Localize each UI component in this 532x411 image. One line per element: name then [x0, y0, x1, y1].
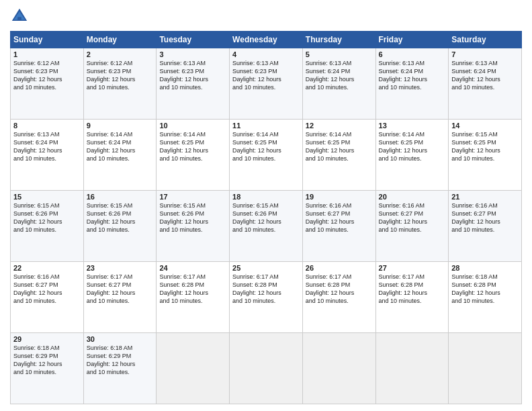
- day-number: 2: [87, 50, 154, 58]
- cell-info: Sunrise: 6:16 AM Sunset: 6:27 PM Dayligh…: [451, 201, 519, 234]
- calendar-cell: 6Sunrise: 6:13 AM Sunset: 6:24 PM Daylig…: [375, 48, 449, 120]
- cell-info: Sunrise: 6:17 AM Sunset: 6:27 PM Dayligh…: [87, 273, 154, 306]
- calendar-cell: 17Sunrise: 6:15 AM Sunset: 6:26 PM Dayli…: [157, 191, 230, 262]
- day-number: 11: [232, 122, 300, 130]
- cell-info: Sunrise: 6:13 AM Sunset: 6:23 PM Dayligh…: [159, 59, 226, 92]
- calendar-cell: 22Sunrise: 6:16 AM Sunset: 6:27 PM Dayli…: [11, 262, 84, 333]
- day-number: 15: [13, 193, 81, 201]
- day-number: 24: [159, 264, 226, 272]
- cell-info: Sunrise: 6:13 AM Sunset: 6:24 PM Dayligh…: [13, 130, 81, 163]
- day-number: 5: [306, 50, 373, 58]
- cell-info: Sunrise: 6:16 AM Sunset: 6:27 PM Dayligh…: [306, 201, 373, 234]
- day-number: 29: [13, 335, 81, 343]
- day-number: 4: [232, 50, 300, 58]
- cell-info: Sunrise: 6:15 AM Sunset: 6:26 PM Dayligh…: [13, 201, 81, 234]
- cell-info: Sunrise: 6:17 AM Sunset: 6:28 PM Dayligh…: [232, 273, 300, 306]
- day-number: 18: [232, 193, 300, 201]
- cell-info: Sunrise: 6:14 AM Sunset: 6:25 PM Dayligh…: [159, 130, 226, 163]
- day-header-friday: Friday: [375, 32, 449, 48]
- day-number: 23: [87, 264, 154, 272]
- week-row-3: 15Sunrise: 6:15 AM Sunset: 6:26 PM Dayli…: [11, 191, 522, 262]
- day-number: 1: [13, 50, 81, 58]
- cell-info: Sunrise: 6:15 AM Sunset: 6:26 PM Dayligh…: [87, 201, 154, 234]
- cell-info: Sunrise: 6:17 AM Sunset: 6:28 PM Dayligh…: [379, 273, 446, 306]
- svg-rect-2: [17, 17, 21, 21]
- day-number: 20: [379, 193, 446, 201]
- calendar-cell: 29Sunrise: 6:18 AM Sunset: 6:29 PM Dayli…: [11, 333, 84, 404]
- day-header-monday: Monday: [83, 32, 157, 48]
- week-row-5: 29Sunrise: 6:18 AM Sunset: 6:29 PM Dayli…: [11, 333, 522, 404]
- day-header-saturday: Saturday: [449, 32, 522, 48]
- calendar-cell: 21Sunrise: 6:16 AM Sunset: 6:27 PM Dayli…: [449, 191, 522, 262]
- day-header-sunday: Sunday: [11, 32, 84, 48]
- calendar-cell: 13Sunrise: 6:14 AM Sunset: 6:25 PM Dayli…: [375, 120, 449, 191]
- day-number: 6: [379, 50, 446, 58]
- page: SundayMondayTuesdayWednesdayThursdayFrid…: [0, 0, 532, 411]
- calendar-cell: 16Sunrise: 6:15 AM Sunset: 6:26 PM Dayli…: [83, 191, 157, 262]
- logo-icon: [10, 7, 29, 26]
- day-number: 22: [13, 264, 81, 272]
- day-number: 27: [379, 264, 446, 272]
- day-number: 19: [306, 193, 373, 201]
- day-header-wednesday: Wednesday: [230, 32, 303, 48]
- cell-info: Sunrise: 6:13 AM Sunset: 6:24 PM Dayligh…: [306, 59, 373, 92]
- calendar-cell: 12Sunrise: 6:14 AM Sunset: 6:25 PM Dayli…: [302, 120, 375, 191]
- cell-info: Sunrise: 6:16 AM Sunset: 6:27 PM Dayligh…: [379, 201, 446, 234]
- week-row-4: 22Sunrise: 6:16 AM Sunset: 6:27 PM Dayli…: [11, 262, 522, 333]
- cell-info: Sunrise: 6:18 AM Sunset: 6:28 PM Dayligh…: [451, 273, 519, 306]
- calendar-cell: 28Sunrise: 6:18 AM Sunset: 6:28 PM Dayli…: [449, 262, 522, 333]
- cell-info: Sunrise: 6:16 AM Sunset: 6:27 PM Dayligh…: [13, 273, 81, 306]
- calendar-cell: [157, 333, 230, 404]
- day-number: 26: [306, 264, 373, 272]
- calendar-cell: 25Sunrise: 6:17 AM Sunset: 6:28 PM Dayli…: [230, 262, 303, 333]
- cell-info: Sunrise: 6:14 AM Sunset: 6:25 PM Dayligh…: [306, 130, 373, 163]
- calendar-cell: 5Sunrise: 6:13 AM Sunset: 6:24 PM Daylig…: [302, 48, 375, 120]
- calendar-cell: 23Sunrise: 6:17 AM Sunset: 6:27 PM Dayli…: [83, 262, 157, 333]
- calendar-cell: [302, 333, 375, 404]
- calendar-cell: 11Sunrise: 6:14 AM Sunset: 6:25 PM Dayli…: [230, 120, 303, 191]
- calendar-cell: 30Sunrise: 6:18 AM Sunset: 6:29 PM Dayli…: [83, 333, 157, 404]
- calendar-cell: 27Sunrise: 6:17 AM Sunset: 6:28 PM Dayli…: [375, 262, 449, 333]
- calendar-cell: 2Sunrise: 6:12 AM Sunset: 6:23 PM Daylig…: [83, 48, 157, 120]
- cell-info: Sunrise: 6:18 AM Sunset: 6:29 PM Dayligh…: [13, 344, 81, 377]
- days-row: SundayMondayTuesdayWednesdayThursdayFrid…: [11, 32, 522, 48]
- day-number: 28: [451, 264, 519, 272]
- cell-info: Sunrise: 6:14 AM Sunset: 6:25 PM Dayligh…: [232, 130, 300, 163]
- day-number: 12: [306, 122, 373, 130]
- day-number: 9: [87, 122, 154, 130]
- calendar-cell: 19Sunrise: 6:16 AM Sunset: 6:27 PM Dayli…: [302, 191, 375, 262]
- day-header-thursday: Thursday: [302, 32, 375, 48]
- day-number: 10: [159, 122, 226, 130]
- cell-info: Sunrise: 6:12 AM Sunset: 6:23 PM Dayligh…: [87, 59, 154, 92]
- calendar-cell: 24Sunrise: 6:17 AM Sunset: 6:28 PM Dayli…: [157, 262, 230, 333]
- calendar-cell: 20Sunrise: 6:16 AM Sunset: 6:27 PM Dayli…: [375, 191, 449, 262]
- day-number: 17: [159, 193, 226, 201]
- calendar-cell: 4Sunrise: 6:13 AM Sunset: 6:23 PM Daylig…: [230, 48, 303, 120]
- day-number: 3: [159, 50, 226, 58]
- logo: [10, 7, 32, 26]
- calendar-header: SundayMondayTuesdayWednesdayThursdayFrid…: [11, 32, 522, 48]
- cell-info: Sunrise: 6:15 AM Sunset: 6:26 PM Dayligh…: [159, 201, 226, 234]
- day-number: 21: [451, 193, 519, 201]
- cell-info: Sunrise: 6:17 AM Sunset: 6:28 PM Dayligh…: [159, 273, 226, 306]
- cell-info: Sunrise: 6:14 AM Sunset: 6:25 PM Dayligh…: [379, 130, 446, 163]
- cell-info: Sunrise: 6:14 AM Sunset: 6:24 PM Dayligh…: [87, 130, 154, 163]
- calendar-table: SundayMondayTuesdayWednesdayThursdayFrid…: [10, 31, 522, 404]
- cell-info: Sunrise: 6:17 AM Sunset: 6:28 PM Dayligh…: [306, 273, 373, 306]
- week-row-2: 8Sunrise: 6:13 AM Sunset: 6:24 PM Daylig…: [11, 120, 522, 191]
- cell-info: Sunrise: 6:15 AM Sunset: 6:26 PM Dayligh…: [232, 201, 300, 234]
- calendar-cell: 3Sunrise: 6:13 AM Sunset: 6:23 PM Daylig…: [157, 48, 230, 120]
- week-row-1: 1Sunrise: 6:12 AM Sunset: 6:23 PM Daylig…: [11, 48, 522, 120]
- calendar-body: 1Sunrise: 6:12 AM Sunset: 6:23 PM Daylig…: [11, 48, 522, 404]
- calendar-cell: [375, 333, 449, 404]
- calendar-cell: [449, 333, 522, 404]
- day-number: 14: [451, 122, 519, 130]
- calendar-cell: 15Sunrise: 6:15 AM Sunset: 6:26 PM Dayli…: [11, 191, 84, 262]
- day-number: 8: [13, 122, 81, 130]
- calendar-cell: 18Sunrise: 6:15 AM Sunset: 6:26 PM Dayli…: [230, 191, 303, 262]
- calendar-cell: 26Sunrise: 6:17 AM Sunset: 6:28 PM Dayli…: [302, 262, 375, 333]
- cell-info: Sunrise: 6:18 AM Sunset: 6:29 PM Dayligh…: [87, 344, 154, 377]
- day-number: 30: [87, 335, 154, 343]
- cell-info: Sunrise: 6:15 AM Sunset: 6:25 PM Dayligh…: [451, 130, 519, 163]
- calendar-cell: 8Sunrise: 6:13 AM Sunset: 6:24 PM Daylig…: [11, 120, 84, 191]
